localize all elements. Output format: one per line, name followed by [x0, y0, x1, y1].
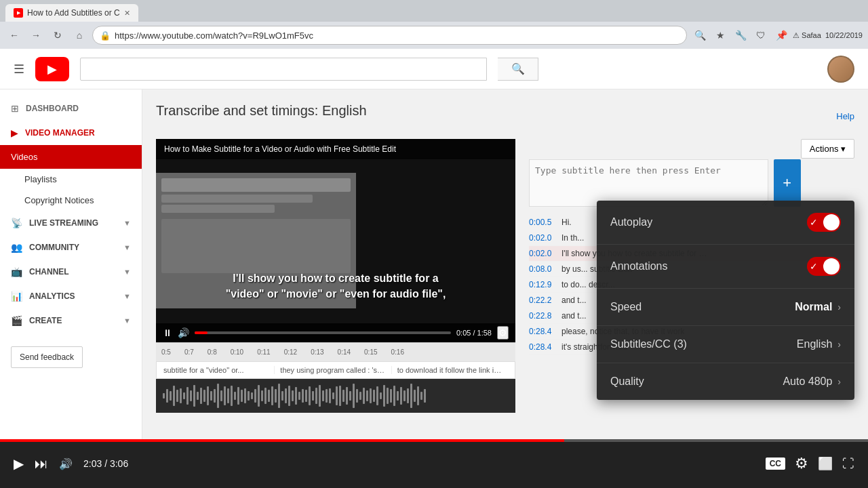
player-skip-btn[interactable]: ⏭: [35, 456, 48, 472]
sidebar-item-create[interactable]: 🎬 CREATE ▼: [0, 308, 142, 333]
wave-bar: [407, 388, 409, 403]
community-label: COMMUNITY: [29, 243, 79, 252]
video-progress-bar[interactable]: [195, 331, 451, 334]
user-avatar[interactable]: [827, 56, 854, 83]
settings-subtitles-row[interactable]: Subtitles/CC (3) English ›: [597, 326, 854, 363]
wave-bar: [329, 388, 331, 403]
wave-bar: [248, 391, 250, 401]
hamburger-menu[interactable]: ☰: [14, 62, 24, 77]
wave-bar: [424, 389, 426, 403]
player-settings-btn[interactable]: ⚙: [795, 455, 808, 472]
video-settings-btn[interactable]: ⚙: [497, 326, 509, 340]
address-bar[interactable]: 🔒 https://www.youtube.com/watch?v=R9LwO1…: [92, 26, 687, 45]
transcript-time: 0:22.8: [529, 311, 556, 321]
sidebar-item-live[interactable]: 📡 LIVE STREAMING ▼: [0, 211, 142, 235]
tab-close-btn[interactable]: ✕: [124, 9, 130, 18]
nav-bar: ← → ↻ ⌂ 🔒 https://www.youtube.com/watch?…: [0, 22, 868, 49]
bookmark-btn[interactable]: ★: [711, 26, 729, 44]
wave-bar: [380, 392, 382, 399]
video-volume-btn[interactable]: 🔊: [178, 327, 189, 338]
sidebar-item-community[interactable]: 👥 COMMUNITY ▼: [0, 235, 142, 260]
cc-button[interactable]: CC: [766, 458, 785, 470]
settings-annotations-row[interactable]: Annotations ✓: [597, 245, 854, 289]
toggle-check-icon: ✓: [810, 217, 818, 228]
extension-btn2[interactable]: 🛡: [752, 26, 770, 44]
actions-button[interactable]: Actions ▾: [801, 139, 854, 159]
wave-bar: [183, 392, 185, 399]
wave-bar: [383, 385, 385, 407]
player-theater-btn[interactable]: ⬜: [818, 456, 833, 471]
search-btn[interactable]: 🔍: [691, 26, 709, 44]
speed-label: Speed: [610, 301, 795, 313]
player-fullscreen-btn[interactable]: ⛶: [842, 457, 854, 471]
sidebar-item-channel[interactable]: 📺 CHANNEL ▼: [0, 260, 142, 284]
wave-bar: [180, 388, 182, 403]
help-link[interactable]: Help: [836, 111, 854, 121]
wave-bar: [363, 388, 365, 404]
search-input[interactable]: [80, 58, 487, 81]
wave-bar: [390, 389, 392, 403]
active-tab[interactable]: How to Add Subtitles or C ✕: [5, 4, 138, 22]
wave-bar: [278, 384, 280, 408]
sidebar-item-videos[interactable]: Videos: [0, 145, 142, 169]
sidebar-item-copyright[interactable]: Copyright Notices: [0, 190, 142, 211]
extension-btn3[interactable]: 📌: [772, 26, 790, 44]
wave-bar: [166, 389, 168, 403]
sidebar-item-analytics[interactable]: 📊 ANALYTICS ▼: [0, 284, 142, 308]
wave-bar: [237, 387, 239, 405]
video-manager-label: VIDEO MANAGER: [25, 128, 95, 138]
annotations-toggle[interactable]: ✓: [807, 257, 841, 276]
settings-speed-row[interactable]: Speed Normal ›: [597, 289, 854, 326]
video-title-overlay: How to Make Subtitle for a Video or Audi…: [156, 139, 515, 159]
player-volume-btn[interactable]: 🔊: [59, 458, 73, 470]
nav-right-icons: 🔍 ★ 🔧 🛡 📌 ⚠ Safaa 10/22/2019: [691, 26, 863, 44]
transcript-text: and t...: [561, 311, 587, 321]
wave-bar: [319, 385, 321, 407]
wave-bar: [420, 392, 422, 400]
speed-value: Normal: [795, 301, 832, 313]
back-btn[interactable]: ←: [5, 26, 23, 44]
avatar-image: [829, 57, 853, 81]
home-btn[interactable]: ⌂: [71, 26, 88, 44]
settings-popup: Autoplay ✓ Annotations ✓ Speed Normal › …: [597, 201, 854, 400]
wave-bar: [414, 390, 416, 402]
live-label: LIVE STREAMING: [29, 218, 98, 228]
extension-btn1[interactable]: 🔧: [732, 26, 749, 44]
transcript-time: 0:28.4: [529, 327, 556, 336]
video-manager-icon: ▶: [11, 127, 18, 138]
sidebar-item-dashboard[interactable]: ⊞ DASHBOARD: [0, 96, 142, 121]
add-subtitle-btn[interactable]: +: [774, 159, 801, 207]
autoplay-label: Autoplay: [610, 216, 807, 228]
subtitle-input[interactable]: [529, 159, 768, 207]
analytics-expand-icon: ▼: [123, 292, 131, 300]
toggle-knob2: [823, 258, 840, 274]
forward-btn[interactable]: →: [27, 26, 45, 44]
community-icon: 👥: [11, 242, 22, 253]
player-progress-fill: [0, 439, 564, 442]
wave-bar: [261, 390, 263, 401]
transcript-time: 0:28.4: [529, 342, 556, 352]
sidebar-item-video-manager[interactable]: ▶ VIDEO MANAGER: [0, 121, 142, 145]
video-pause-btn[interactable]: ⏸: [163, 327, 172, 338]
sidebar-item-playlists[interactable]: Playlists: [0, 169, 142, 190]
feedback-button[interactable]: Send feedback: [11, 346, 83, 368]
player-play-btn[interactable]: ▶: [14, 455, 24, 472]
create-icon: 🎬: [11, 315, 22, 326]
player-progress-bar[interactable]: [0, 439, 868, 442]
refresh-btn[interactable]: ↻: [49, 26, 66, 44]
wave-bar: [217, 384, 219, 408]
wave-bar: [197, 392, 199, 400]
user-info: ⚠ Safaa 10/22/2019: [793, 31, 863, 40]
settings-quality-row[interactable]: Quality Auto 480p ›: [597, 363, 854, 400]
yt-logo[interactable]: [35, 57, 69, 81]
wave-bar: [207, 386, 209, 405]
search-button[interactable]: 🔍: [498, 58, 538, 81]
video-overlay-title: How to Make Subtitle for a Video or Audi…: [164, 144, 396, 154]
timeline-ruler: 0:5 0:7 0:8 0:10 0:11 0:12 0:13 0:14 0:1…: [156, 342, 515, 361]
subtitles-value: English: [797, 338, 832, 350]
wave-bar: [356, 389, 358, 403]
autoplay-toggle[interactable]: ✓: [807, 213, 841, 232]
live-icon: 📡: [11, 218, 22, 228]
transcript-time: 0:12.9: [529, 280, 556, 289]
settings-autoplay-row[interactable]: Autoplay ✓: [597, 201, 854, 245]
